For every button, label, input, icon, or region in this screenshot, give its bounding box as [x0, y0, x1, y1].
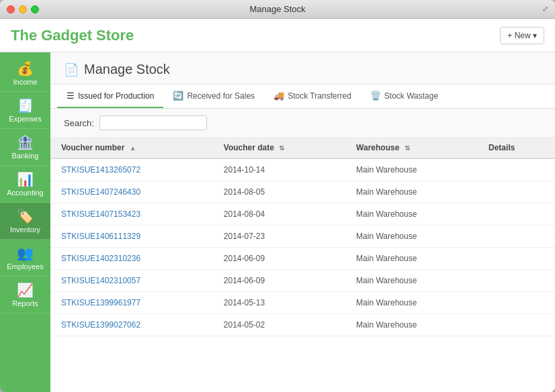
sidebar-item-reports[interactable]: 📈 Reports — [0, 277, 50, 313]
cell-voucher-number[interactable]: STKISUE1402310236 — [50, 248, 213, 270]
tab-stock-transferred[interactable]: 🚚 Stock Transferred — [264, 85, 361, 108]
app-title: The Gadget Store — [11, 27, 500, 44]
col-header-voucher-number[interactable]: Voucher number ▲ — [50, 138, 213, 158]
col-header-warehouse[interactable]: Warehouse ⇅ — [345, 138, 478, 158]
cell-details — [478, 181, 555, 203]
main-layout: 💰 Income 🧾 Expenses 🏦 Banking 📊 Accounti… — [0, 52, 555, 392]
cell-voucher-date: 2014-08-04 — [213, 203, 345, 226]
tab-issued-for-production[interactable]: ☰ Issued for Production — [57, 85, 163, 108]
cell-voucher-number[interactable]: STKISUE1406111329 — [50, 226, 213, 248]
inventory-icon: 🏷️ — [17, 209, 34, 223]
banking-label: Banking — [12, 152, 39, 160]
banking-icon: 🏦 — [17, 136, 34, 149]
table-row[interactable]: STKISUE14061113292014-07-23Main Warehous… — [50, 226, 555, 248]
income-label: Income — [13, 78, 37, 86]
sidebar-item-expenses[interactable]: 🧾 Expenses — [0, 92, 50, 129]
cell-details — [478, 203, 555, 226]
cell-details — [478, 270, 555, 292]
cell-details — [478, 226, 555, 248]
search-input[interactable] — [99, 115, 207, 130]
cell-voucher-number[interactable]: STKISUE1399027062 — [50, 314, 213, 336]
accounting-label: Accounting — [7, 189, 43, 197]
expenses-label: Expenses — [9, 115, 41, 123]
table-row[interactable]: STKISUE13990270622014-05-02Main Warehous… — [50, 314, 555, 336]
table-body: STKISUE14132650722014-10-14Main Warehous… — [50, 158, 555, 336]
transferred-tab-label: Stock Transferred — [288, 91, 351, 101]
cell-details — [478, 158, 555, 181]
sidebar: 💰 Income 🧾 Expenses 🏦 Banking 📊 Accounti… — [0, 52, 50, 392]
table-header-row: Voucher number ▲ Voucher date ⇅ Warehous… — [50, 138, 555, 158]
wastage-tab-label: Stock Wastage — [384, 91, 438, 101]
sidebar-item-income[interactable]: 💰 Income — [0, 55, 50, 92]
cell-warehouse: Main Warehouse — [345, 181, 478, 203]
sidebar-item-employees[interactable]: 👥 Employees — [0, 240, 50, 277]
application-window: Manage Stock ⤢ The Gadget Store + New ▾ … — [0, 0, 555, 392]
cell-voucher-date: 2014-07-23 — [213, 226, 345, 248]
cell-warehouse: Main Warehouse — [345, 292, 478, 314]
cell-warehouse: Main Warehouse — [345, 314, 478, 336]
table-row[interactable]: STKISUE14071534232014-08-04Main Warehous… — [50, 203, 555, 226]
table-row[interactable]: STKISUE13999619772014-05-13Main Warehous… — [50, 292, 555, 314]
transferred-tab-icon: 🚚 — [273, 91, 284, 101]
cell-voucher-number[interactable]: STKISUE1407153423 — [50, 203, 213, 226]
cell-voucher-number[interactable]: STKISUE1407246430 — [50, 181, 213, 203]
table-row[interactable]: STKISUE14072464302014-08-05Main Warehous… — [50, 181, 555, 203]
col-header-voucher-date[interactable]: Voucher date ⇅ — [213, 138, 345, 158]
cell-warehouse: Main Warehouse — [345, 226, 478, 248]
maximize-button[interactable] — [31, 5, 39, 13]
income-icon: 💰 — [17, 62, 34, 75]
window-title: Manage Stock — [249, 4, 305, 14]
voucher-number-sort-icon: ▲ — [130, 144, 136, 152]
traffic-lights — [7, 5, 39, 13]
accounting-icon: 📊 — [17, 173, 34, 186]
page-header: 📄 Manage Stock — [50, 52, 555, 85]
sidebar-item-inventory[interactable]: 🏷️ Inventory — [0, 203, 50, 240]
sidebar-item-accounting[interactable]: 📊 Accounting — [0, 166, 50, 203]
table-row[interactable]: STKISUE14023100572014-06-09Main Warehous… — [50, 270, 555, 292]
cell-details — [478, 292, 555, 314]
cell-voucher-date: 2014-05-02 — [213, 314, 345, 336]
stock-table-container: Voucher number ▲ Voucher date ⇅ Warehous… — [50, 138, 555, 392]
table-row[interactable]: STKISUE14132650722014-10-14Main Warehous… — [50, 158, 555, 181]
cell-voucher-date: 2014-06-09 — [213, 270, 345, 292]
tabs-bar: ☰ Issued for Production 🔄 Received for S… — [50, 85, 555, 109]
wastage-tab-icon: 🗑️ — [370, 91, 381, 101]
employees-label: Employees — [7, 262, 43, 271]
cell-voucher-date: 2014-10-14 — [213, 158, 345, 181]
reports-icon: 📈 — [17, 283, 34, 297]
page-icon: 📄 — [64, 62, 79, 77]
issued-tab-icon: ☰ — [67, 91, 75, 101]
employees-icon: 👥 — [17, 246, 34, 260]
sidebar-item-banking[interactable]: 🏦 Banking — [0, 129, 50, 166]
cell-details — [478, 248, 555, 270]
table-row[interactable]: STKISUE14023102362014-06-09Main Warehous… — [50, 248, 555, 270]
search-label: Search: — [64, 118, 94, 128]
warehouse-sort-icon: ⇅ — [404, 144, 410, 152]
close-button[interactable] — [7, 5, 15, 13]
issued-tab-label: Issued for Production — [78, 91, 154, 101]
expenses-icon: 🧾 — [17, 99, 34, 112]
expand-icon[interactable]: ⤢ — [542, 5, 548, 13]
cell-voucher-number[interactable]: STKISUE1399961977 — [50, 292, 213, 314]
tab-received-for-sales[interactable]: 🔄 Received for Sales — [163, 85, 264, 108]
minimize-button[interactable] — [19, 5, 27, 13]
search-bar: Search: — [50, 109, 555, 138]
tab-stock-wastage[interactable]: 🗑️ Stock Wastage — [361, 85, 447, 108]
col-header-details: Details — [478, 138, 555, 158]
cell-warehouse: Main Warehouse — [345, 158, 478, 181]
cell-voucher-number[interactable]: STKISUE1413265072 — [50, 158, 213, 181]
cell-warehouse: Main Warehouse — [345, 203, 478, 226]
stock-table: Voucher number ▲ Voucher date ⇅ Warehous… — [50, 138, 555, 336]
new-button[interactable]: + New ▾ — [500, 27, 544, 44]
cell-voucher-number[interactable]: STKISUE1402310057 — [50, 270, 213, 292]
page-title: Manage Stock — [84, 62, 170, 77]
received-tab-label: Received for Sales — [187, 91, 255, 101]
voucher-date-sort-icon: ⇅ — [279, 144, 284, 152]
cell-warehouse: Main Warehouse — [345, 270, 478, 292]
app-header: The Gadget Store + New ▾ — [0, 19, 555, 52]
cell-voucher-date: 2014-06-09 — [213, 248, 345, 270]
cell-details — [478, 314, 555, 336]
content-area: 📄 Manage Stock ☰ Issued for Production 🔄… — [50, 52, 555, 392]
inventory-label: Inventory — [10, 226, 40, 234]
received-tab-icon: 🔄 — [173, 91, 183, 101]
